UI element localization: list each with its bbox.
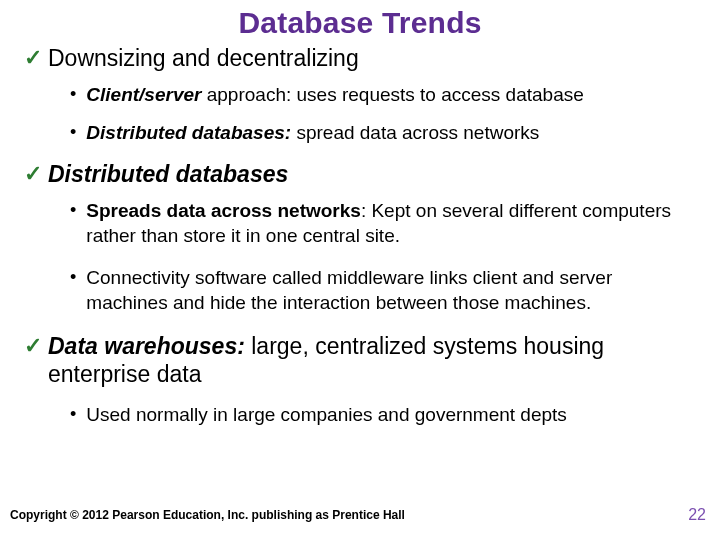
slide-title: Database Trends [24,6,696,40]
bullet-level2: • Connectivity software called middlewar… [70,266,696,315]
bullet-text: Connectivity software called middleware … [86,266,696,315]
bullet-dot-icon: • [70,83,76,106]
bullet-text: Used normally in large companies and gov… [86,403,567,428]
check-icon: ✓ [24,44,42,72]
bullet-level2: • Client/server approach: uses requests … [70,83,696,108]
bullet-text: Distributed databases [48,160,288,189]
bullet-level1: ✓ Data warehouses: large, centralized sy… [24,332,696,390]
bullet-dot-icon: • [70,199,76,222]
bullet-level2: • Spreads data across networks: Kept on … [70,199,696,248]
bullet-level2: • Used normally in large companies and g… [70,403,696,428]
bullet-dot-icon: • [70,121,76,144]
page-number: 22 [688,506,706,524]
bullet-level1: ✓ Downsizing and decentralizing [24,44,696,73]
bullet-dot-icon: • [70,403,76,426]
check-icon: ✓ [24,160,42,188]
bullet-dot-icon: • [70,266,76,289]
bullet-text: Distributed databases: spread data acros… [86,121,539,146]
bullet-text: Client/server approach: uses requests to… [86,83,583,108]
bullet-text: Downsizing and decentralizing [48,44,359,73]
bullet-text: Spreads data across networks: Kept on se… [86,199,696,248]
check-icon: ✓ [24,332,42,360]
copyright-footer: Copyright © 2012 Pearson Education, Inc.… [10,508,405,522]
bullet-level2: • Distributed databases: spread data acr… [70,121,696,146]
bullet-text: Data warehouses: large, centralized syst… [48,332,696,390]
bullet-level1: ✓ Distributed databases [24,160,696,189]
